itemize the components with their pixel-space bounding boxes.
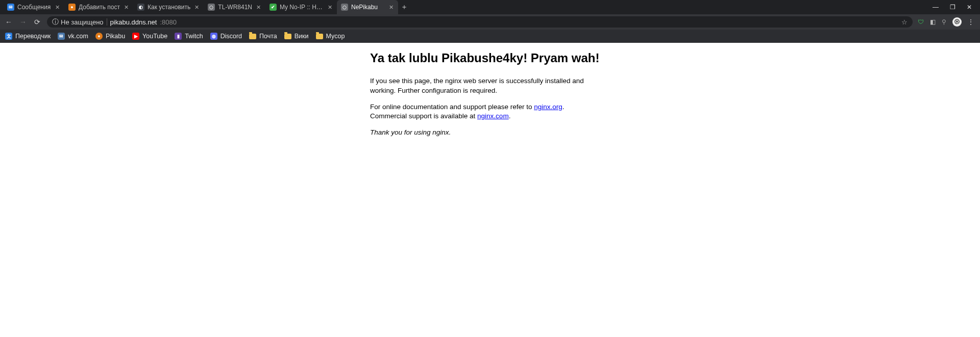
bookmark-twitch[interactable]: ▮ Twitch (175, 33, 203, 40)
close-tab-icon[interactable]: ✕ (54, 4, 60, 11)
page-thanks: Thank you for using nginx. (370, 128, 451, 136)
new-tab-button[interactable]: ＋ (398, 3, 410, 12)
security-status[interactable]: ⓘ Не защищено (52, 17, 104, 27)
tab-title: Добавить пост (79, 4, 120, 11)
link-nginx-com[interactable]: nginx.com (477, 112, 509, 120)
location-icon[interactable]: ⚲ (942, 18, 946, 25)
text: For online documentation and support ple… (370, 103, 534, 111)
bookmark-label: YouTube (142, 33, 167, 40)
bookmark-pikabu[interactable]: ● Pikabu (95, 33, 125, 40)
bookmark-label: Pikabu (106, 33, 125, 40)
bookmark-translator[interactable]: 文 Переводчик (5, 33, 51, 40)
close-tab-icon[interactable]: ✕ (327, 4, 333, 11)
close-tab-icon[interactable]: ✕ (193, 4, 200, 11)
bookmark-label: Discord (220, 33, 242, 40)
reload-button[interactable]: ⟳ (33, 18, 42, 26)
extension-badge-icon[interactable]: Ⓗ (952, 17, 962, 27)
window-controls: — ❐ ✕ (933, 4, 980, 11)
close-window-button[interactable]: ✕ (967, 4, 972, 11)
tab-title: My No-IP :: Host (280, 4, 324, 11)
folder-icon (284, 34, 291, 39)
tab-strip: ✉ Сообщения ✕ ● Добавить пост ✕ ◐ Как ус… (0, 0, 980, 14)
bookmark-star-icon[interactable]: ☆ (901, 18, 908, 26)
url-host: pikabu.ddns.net (110, 18, 157, 26)
bookmark-label: Twitch (185, 33, 203, 40)
tab-title: Как установить (148, 4, 190, 11)
translator-icon: 文 (5, 33, 12, 40)
maximize-button[interactable]: ❐ (950, 4, 955, 11)
vk-icon: ✉ (58, 33, 65, 40)
page-heading: Ya tak lublu Pikabushe4ky! Pryam wah! (370, 50, 610, 66)
adblock-shield-icon[interactable]: 🛡 (918, 18, 924, 25)
tab-title: Сообщения (17, 4, 51, 11)
bookmarks-bar: 文 Переводчик ✉ vk.com ● Pikabu ▶ YouTube… (0, 30, 980, 43)
folder-icon (316, 34, 323, 39)
bookmark-label: Почта (259, 33, 277, 40)
tab-favicon: ● (68, 4, 76, 11)
tab-favicon: ◐ (137, 4, 144, 11)
url-port: :8080 (160, 18, 177, 26)
tab-title: TL-WR841N (218, 4, 252, 11)
close-tab-icon[interactable]: ✕ (123, 4, 129, 11)
tab-add-post[interactable]: ● Добавить пост ✕ (64, 0, 133, 14)
discord-icon: ◍ (210, 33, 217, 40)
extension-icon[interactable]: ◧ (930, 18, 936, 25)
bookmark-label: Переводчик (15, 33, 51, 40)
divider (107, 18, 107, 25)
address-bar[interactable]: ⓘ Не защищено pikabu.ddns.net:8080 ☆ (47, 16, 913, 28)
twitch-icon: ▮ (175, 33, 182, 40)
tab-favicon: ✔ (270, 4, 277, 11)
pikabu-icon: ● (95, 33, 103, 40)
bookmark-discord[interactable]: ◍ Discord (210, 33, 242, 40)
tab-favicon: ✉ (7, 4, 14, 11)
folder-icon (249, 34, 256, 39)
bookmark-folder-mail[interactable]: Почта (249, 33, 277, 40)
close-tab-icon[interactable]: ✕ (388, 4, 394, 11)
tab-tlwr841n[interactable]: ◌ TL-WR841N ✕ (204, 0, 265, 14)
minimize-button[interactable]: — (933, 4, 939, 11)
text: . (509, 112, 511, 120)
bookmark-folder-wiki[interactable]: Вики (284, 33, 309, 40)
bookmark-vk[interactable]: ✉ vk.com (58, 33, 88, 40)
security-text: Не защищено (61, 18, 104, 26)
text: . (562, 103, 565, 111)
bookmark-label: vk.com (68, 33, 88, 40)
tab-howto-install[interactable]: ◐ Как установить ✕ (133, 0, 204, 14)
info-icon: ⓘ (52, 17, 59, 27)
tab-messages[interactable]: ✉ Сообщения ✕ (3, 0, 64, 14)
browser-toolbar: ← → ⟳ ⓘ Не защищено pikabu.ddns.net:8080… (0, 14, 980, 30)
tab-favicon: ◌ (208, 4, 215, 11)
page-paragraph-1: If you see this page, the nginx web serv… (370, 76, 610, 95)
tab-nepikabu[interactable]: ◌ NePikabu ✕ (337, 0, 398, 14)
bookmark-label: Мусор (326, 33, 345, 40)
text: Commercial support is available at (370, 112, 477, 120)
bookmark-youtube[interactable]: ▶ YouTube (132, 33, 167, 40)
browser-menu-button[interactable]: ⋮ (968, 18, 974, 25)
page-paragraph-2: For online documentation and support ple… (370, 102, 610, 121)
close-tab-icon[interactable]: ✕ (255, 4, 261, 11)
page-content: Ya tak lublu Pikabushe4ky! Pryam wah! If… (0, 43, 980, 337)
youtube-icon: ▶ (132, 33, 139, 40)
forward-button[interactable]: → (18, 18, 28, 26)
bookmark-folder-trash[interactable]: Мусор (316, 33, 345, 40)
toolbar-extensions: 🛡 ◧ ⚲ Ⓗ ⋮ (918, 17, 976, 27)
tab-noip[interactable]: ✔ My No-IP :: Host ✕ (265, 0, 337, 14)
tab-title: NePikabu (351, 4, 385, 11)
link-nginx-org[interactable]: nginx.org (534, 103, 562, 111)
back-button[interactable]: ← (4, 18, 13, 26)
tab-favicon: ◌ (341, 4, 348, 11)
bookmark-label: Вики (295, 33, 309, 40)
